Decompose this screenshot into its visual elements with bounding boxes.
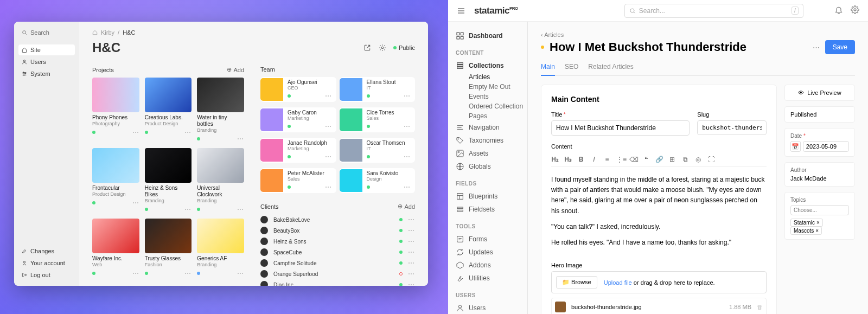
team-member[interactable]: Cloe Torres Sales ⋯: [340, 107, 416, 132]
tab-main[interactable]: Main: [541, 63, 555, 76]
more-icon[interactable]: ⋯: [325, 123, 332, 130]
project-card[interactable]: Universal Clockwork Branding ⋯: [197, 148, 244, 213]
more-icon[interactable]: ⋯: [325, 92, 332, 100]
nav-addons[interactable]: Addons: [456, 259, 527, 272]
team-member[interactable]: Gaby Caron Marketing ⋯: [260, 107, 336, 132]
date-input[interactable]: [803, 141, 849, 152]
client-row[interactable]: BeautyBox ⋯: [260, 225, 415, 236]
upload-dropzone[interactable]: 📁 Browse Upload file or drag & drop here…: [551, 271, 767, 293]
more-icon[interactable]: ⋯: [325, 153, 332, 161]
more-icon[interactable]: ⋯: [404, 123, 411, 130]
project-card[interactable]: Generics AF Branding ⋯: [197, 219, 244, 277]
more-icon[interactable]: ⋯: [408, 281, 415, 286]
italic-icon[interactable]: I: [590, 156, 598, 163]
more-icon[interactable]: ⋯: [237, 206, 244, 213]
tab-related[interactable]: Related Articles: [588, 63, 633, 75]
nav-globals[interactable]: Globals: [456, 160, 527, 173]
tab-seo[interactable]: SEO: [565, 63, 578, 75]
live-preview-button[interactable]: 👁 Live Preview: [784, 85, 855, 101]
open-icon[interactable]: [363, 43, 372, 52]
more-icon[interactable]: ⋯: [132, 270, 139, 277]
project-card[interactable]: Heinz & Sons Bikes Branding ⋯: [145, 148, 192, 213]
more-icon[interactable]: ⋯: [237, 135, 244, 143]
client-row[interactable]: Orange Superfood ⋯: [260, 268, 415, 279]
more-icon[interactable]: ⋯: [408, 227, 415, 234]
team-member[interactable]: Ellana Stout IT ⋯: [340, 77, 416, 102]
ul-icon[interactable]: ≡: [603, 156, 611, 163]
settings-icon[interactable]: [851, 5, 859, 16]
browse-button[interactable]: 📁 Browse: [556, 276, 597, 289]
nav-taxonomies[interactable]: Taxonomies: [456, 134, 527, 147]
nav-navigation[interactable]: Navigation: [456, 121, 527, 134]
topic-tag[interactable]: Mascots ×: [790, 227, 822, 235]
nav-changes[interactable]: Changes: [18, 246, 75, 257]
h2-icon[interactable]: H₂: [551, 156, 559, 163]
ol-icon[interactable]: ⋮≡: [616, 156, 624, 163]
h3-icon[interactable]: H₃: [564, 156, 572, 163]
nav-empty[interactable]: Empty Me Out: [456, 82, 527, 92]
file-name[interactable]: buckshot-thunderstride.jpg: [571, 304, 642, 310]
team-member[interactable]: Peter McAlister Sales ⋯: [260, 168, 336, 193]
nav-logout[interactable]: Log out: [18, 270, 75, 280]
nav-account[interactable]: Your account: [18, 258, 75, 268]
burger-icon[interactable]: [457, 7, 465, 15]
nav-ordered[interactable]: Ordered Collection: [456, 101, 527, 111]
nav-site[interactable]: Site: [18, 44, 75, 55]
client-row[interactable]: SpaceCube ⋯: [260, 247, 415, 258]
author-value[interactable]: Jack McDade: [790, 175, 849, 182]
gear-icon[interactable]: [378, 43, 387, 52]
more-icon[interactable]: ⋯: [184, 206, 192, 213]
upload-link[interactable]: Upload file: [604, 279, 632, 286]
quote-icon[interactable]: ❝: [642, 156, 650, 163]
published-toggle[interactable]: Published: [784, 106, 855, 123]
more-icon[interactable]: ⋯: [408, 216, 415, 223]
nav-articles[interactable]: Articles: [456, 72, 527, 82]
more-icon[interactable]: ⋯: [408, 259, 415, 267]
client-row[interactable]: BakeBakeLove ⋯: [260, 214, 415, 225]
public-badge[interactable]: Public: [393, 44, 415, 51]
bold-icon[interactable]: B: [577, 156, 585, 163]
nav-users[interactable]: Users: [18, 56, 75, 67]
nav-events[interactable]: Events: [456, 92, 527, 101]
project-card[interactable]: Wayfare Inc. Web ⋯: [92, 219, 139, 277]
project-card[interactable]: Creatious Labs. Product Design ⋯: [145, 78, 192, 143]
search-trigger[interactable]: Search: [18, 27, 75, 38]
more-icon[interactable]: ⋯: [184, 270, 192, 277]
more-icon[interactable]: ⋯: [408, 248, 415, 256]
nav-users[interactable]: Users: [456, 302, 527, 314]
code-icon[interactable]: ◎: [694, 156, 702, 163]
team-member[interactable]: Ajo Ogunsei CEO ⋯: [260, 77, 336, 102]
project-card[interactable]: Phony Phones Photography ⋯: [92, 78, 139, 143]
team-member[interactable]: Janae Randolph Marketing ⋯: [260, 138, 336, 163]
more-icon[interactable]: ⋯: [237, 270, 244, 277]
client-row[interactable]: Heinz & Sons ⋯: [260, 236, 415, 247]
more-icon[interactable]: ⋯: [404, 183, 411, 191]
table-icon[interactable]: ⊞: [668, 156, 676, 163]
more-icon[interactable]: ⋯: [325, 183, 332, 191]
slug-input[interactable]: [697, 120, 767, 135]
expand-icon[interactable]: ⛶: [707, 156, 715, 163]
clear-icon[interactable]: ⌫: [629, 156, 637, 163]
image-icon[interactable]: ⧉: [681, 156, 689, 163]
trash-icon[interactable]: 🗑: [757, 304, 763, 310]
more-icon[interactable]: ⋯: [132, 199, 139, 207]
nav-system[interactable]: System: [18, 68, 75, 79]
nav-forms[interactable]: Forms: [456, 233, 527, 246]
link-icon[interactable]: 🔗: [655, 156, 663, 163]
logo[interactable]: statamicPRO: [474, 5, 518, 16]
topics-input[interactable]: [790, 205, 849, 215]
team-member[interactable]: Sara Koivisto Design ⋯: [340, 168, 416, 193]
team-member[interactable]: Oscar Thomsen IT ⋯: [340, 138, 416, 163]
more-icon[interactable]: ⋯: [408, 238, 415, 245]
nav-dashboard[interactable]: Dashboard: [456, 29, 527, 42]
nav-collections[interactable]: Collections: [456, 59, 527, 72]
client-row[interactable]: Dino Inc. ⋯: [260, 279, 415, 286]
nav-fieldsets[interactable]: Fieldsets: [456, 203, 527, 216]
client-row[interactable]: Campfire Solitude ⋯: [260, 258, 415, 268]
more-icon[interactable]: ⋯: [184, 129, 192, 136]
topic-tag[interactable]: Statamic ×: [790, 219, 823, 227]
nav-pages[interactable]: Pages: [456, 111, 527, 121]
more-icon[interactable]: ⋯: [404, 92, 411, 100]
bc-root[interactable]: Kirby: [101, 29, 114, 36]
project-card[interactable]: Water in tiny bottles Branding ⋯: [197, 78, 244, 143]
